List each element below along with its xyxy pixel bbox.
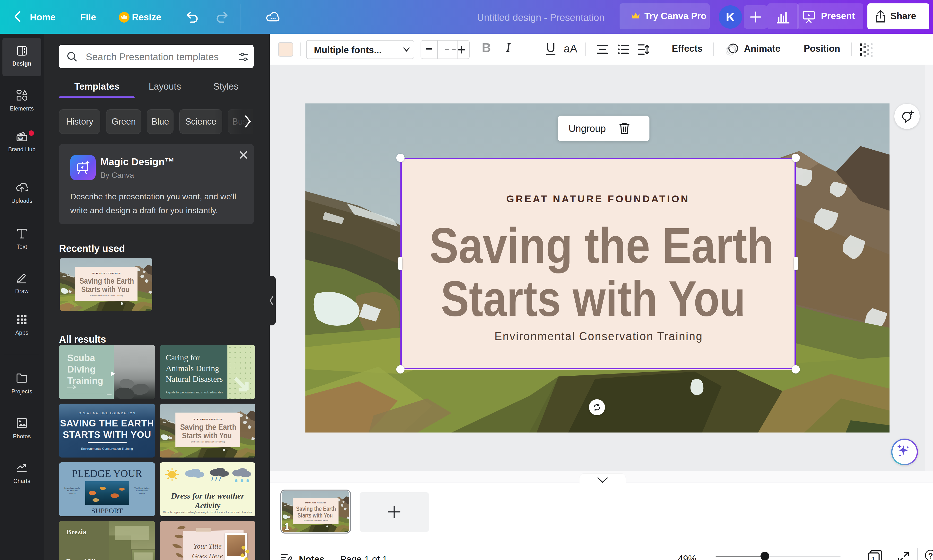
svg-text:co.: co. <box>19 137 22 140</box>
svg-text:1: 1 <box>871 556 875 560</box>
